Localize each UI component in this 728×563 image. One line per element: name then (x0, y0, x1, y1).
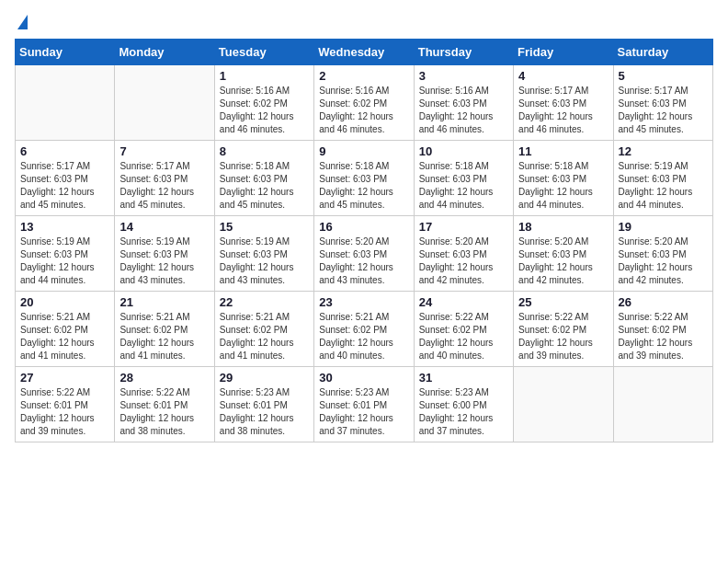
calendar-day-cell: 18Sunrise: 5:20 AM Sunset: 6:03 PM Dayli… (514, 216, 613, 292)
calendar-day-cell: 24Sunrise: 5:22 AM Sunset: 6:02 PM Dayli… (414, 292, 513, 367)
logo-triangle-icon (17, 15, 28, 29)
day-info: Sunrise: 5:20 AM Sunset: 6:03 PM Dayligh… (619, 236, 708, 287)
day-number: 26 (619, 295, 708, 309)
page-header (15, 15, 713, 28)
calendar-day-cell: 12Sunrise: 5:19 AM Sunset: 6:03 PM Dayli… (613, 141, 712, 216)
day-number: 13 (20, 220, 109, 234)
day-info: Sunrise: 5:23 AM Sunset: 6:01 PM Dayligh… (319, 386, 408, 438)
calendar-day-cell: 28Sunrise: 5:22 AM Sunset: 6:01 PM Dayli… (115, 367, 214, 442)
calendar-day-cell: 31Sunrise: 5:23 AM Sunset: 6:00 PM Dayli… (414, 367, 513, 442)
day-number: 18 (518, 220, 608, 234)
calendar-day-header: Thursday (414, 40, 513, 65)
day-info: Sunrise: 5:16 AM Sunset: 6:02 PM Dayligh… (319, 85, 408, 136)
day-info: Sunrise: 5:22 AM Sunset: 6:02 PM Dayligh… (619, 311, 708, 362)
calendar-day-cell: 16Sunrise: 5:20 AM Sunset: 6:03 PM Dayli… (314, 216, 414, 292)
day-info: Sunrise: 5:20 AM Sunset: 6:03 PM Dayligh… (319, 236, 408, 287)
day-number: 9 (319, 144, 408, 158)
day-info: Sunrise: 5:22 AM Sunset: 6:01 PM Dayligh… (20, 386, 109, 438)
calendar-day-cell: 25Sunrise: 5:22 AM Sunset: 6:02 PM Dayli… (514, 292, 613, 367)
calendar-day-cell: 3Sunrise: 5:16 AM Sunset: 6:03 PM Daylig… (414, 65, 513, 141)
calendar-day-cell: 21Sunrise: 5:21 AM Sunset: 6:02 PM Dayli… (115, 292, 214, 367)
calendar-day-cell: 29Sunrise: 5:23 AM Sunset: 6:01 PM Dayli… (214, 367, 313, 442)
calendar-day-header: Saturday (613, 40, 712, 65)
calendar-day-header: Friday (514, 40, 613, 65)
day-number: 24 (419, 295, 508, 309)
day-info: Sunrise: 5:21 AM Sunset: 6:02 PM Dayligh… (119, 311, 209, 362)
calendar-week-row: 13Sunrise: 5:19 AM Sunset: 6:03 PM Dayli… (16, 216, 713, 292)
calendar-day-cell: 30Sunrise: 5:23 AM Sunset: 6:01 PM Dayli… (314, 367, 414, 442)
calendar-day-cell: 8Sunrise: 5:18 AM Sunset: 6:03 PM Daylig… (214, 141, 313, 216)
calendar-week-row: 6Sunrise: 5:17 AM Sunset: 6:03 PM Daylig… (16, 141, 713, 216)
day-number: 28 (119, 371, 209, 385)
day-number: 8 (220, 144, 309, 158)
day-info: Sunrise: 5:20 AM Sunset: 6:03 PM Dayligh… (518, 236, 608, 287)
day-number: 21 (119, 295, 209, 309)
day-info: Sunrise: 5:19 AM Sunset: 6:03 PM Dayligh… (220, 236, 309, 287)
day-number: 15 (220, 220, 309, 234)
day-number: 11 (518, 144, 608, 158)
calendar-day-cell (16, 65, 115, 141)
calendar-week-row: 20Sunrise: 5:21 AM Sunset: 6:02 PM Dayli… (16, 292, 713, 367)
calendar-day-header: Tuesday (214, 40, 313, 65)
day-info: Sunrise: 5:17 AM Sunset: 6:03 PM Dayligh… (119, 160, 209, 212)
day-info: Sunrise: 5:19 AM Sunset: 6:03 PM Dayligh… (119, 236, 209, 287)
calendar-day-cell: 11Sunrise: 5:18 AM Sunset: 6:03 PM Dayli… (514, 141, 613, 216)
day-number: 27 (20, 371, 109, 385)
calendar-day-cell: 14Sunrise: 5:19 AM Sunset: 6:03 PM Dayli… (115, 216, 214, 292)
day-number: 3 (419, 69, 508, 83)
day-number: 4 (518, 69, 608, 83)
day-info: Sunrise: 5:18 AM Sunset: 6:03 PM Dayligh… (319, 160, 408, 212)
calendar-day-cell: 15Sunrise: 5:19 AM Sunset: 6:03 PM Dayli… (214, 216, 313, 292)
day-number: 30 (319, 371, 408, 385)
calendar-day-cell: 9Sunrise: 5:18 AM Sunset: 6:03 PM Daylig… (314, 141, 414, 216)
calendar-week-row: 1Sunrise: 5:16 AM Sunset: 6:02 PM Daylig… (16, 65, 713, 141)
day-info: Sunrise: 5:16 AM Sunset: 6:02 PM Dayligh… (220, 85, 309, 136)
day-info: Sunrise: 5:20 AM Sunset: 6:03 PM Dayligh… (419, 236, 508, 287)
day-info: Sunrise: 5:17 AM Sunset: 6:03 PM Dayligh… (619, 85, 708, 136)
day-info: Sunrise: 5:23 AM Sunset: 6:00 PM Dayligh… (419, 386, 508, 438)
day-info: Sunrise: 5:22 AM Sunset: 6:02 PM Dayligh… (518, 311, 608, 362)
day-number: 29 (220, 371, 309, 385)
day-number: 10 (419, 144, 508, 158)
day-number: 20 (20, 295, 109, 309)
calendar-day-cell (115, 65, 214, 141)
calendar-week-row: 27Sunrise: 5:22 AM Sunset: 6:01 PM Dayli… (16, 367, 713, 442)
day-number: 6 (20, 144, 109, 158)
calendar-day-cell: 7Sunrise: 5:17 AM Sunset: 6:03 PM Daylig… (115, 141, 214, 216)
day-info: Sunrise: 5:19 AM Sunset: 6:03 PM Dayligh… (20, 236, 109, 287)
day-info: Sunrise: 5:17 AM Sunset: 6:03 PM Dayligh… (518, 85, 608, 136)
day-number: 14 (119, 220, 209, 234)
calendar-day-cell: 19Sunrise: 5:20 AM Sunset: 6:03 PM Dayli… (613, 216, 712, 292)
logo (15, 15, 28, 28)
calendar-day-cell (613, 367, 712, 442)
day-info: Sunrise: 5:18 AM Sunset: 6:03 PM Dayligh… (518, 160, 608, 212)
calendar-header-row: SundayMondayTuesdayWednesdayThursdayFrid… (16, 40, 713, 65)
calendar-day-cell: 1Sunrise: 5:16 AM Sunset: 6:02 PM Daylig… (214, 65, 313, 141)
day-info: Sunrise: 5:21 AM Sunset: 6:02 PM Dayligh… (220, 311, 309, 362)
calendar-day-cell: 5Sunrise: 5:17 AM Sunset: 6:03 PM Daylig… (613, 65, 712, 141)
day-info: Sunrise: 5:16 AM Sunset: 6:03 PM Dayligh… (419, 85, 508, 136)
day-number: 17 (419, 220, 508, 234)
day-info: Sunrise: 5:21 AM Sunset: 6:02 PM Dayligh… (319, 311, 408, 362)
day-info: Sunrise: 5:21 AM Sunset: 6:02 PM Dayligh… (20, 311, 109, 362)
day-info: Sunrise: 5:23 AM Sunset: 6:01 PM Dayligh… (220, 386, 309, 438)
day-number: 1 (220, 69, 309, 83)
calendar-day-cell: 6Sunrise: 5:17 AM Sunset: 6:03 PM Daylig… (16, 141, 115, 216)
calendar-day-cell: 23Sunrise: 5:21 AM Sunset: 6:02 PM Dayli… (314, 292, 414, 367)
day-number: 7 (119, 144, 209, 158)
day-number: 2 (319, 69, 408, 83)
day-info: Sunrise: 5:22 AM Sunset: 6:01 PM Dayligh… (119, 386, 209, 438)
calendar-day-cell: 22Sunrise: 5:21 AM Sunset: 6:02 PM Dayli… (214, 292, 313, 367)
calendar-day-cell: 4Sunrise: 5:17 AM Sunset: 6:03 PM Daylig… (514, 65, 613, 141)
day-info: Sunrise: 5:18 AM Sunset: 6:03 PM Dayligh… (220, 160, 309, 212)
calendar-day-cell: 20Sunrise: 5:21 AM Sunset: 6:02 PM Dayli… (16, 292, 115, 367)
calendar-day-cell (514, 367, 613, 442)
calendar-day-header: Wednesday (314, 40, 414, 65)
day-info: Sunrise: 5:18 AM Sunset: 6:03 PM Dayligh… (419, 160, 508, 212)
calendar-day-header: Monday (115, 40, 214, 65)
calendar-day-cell: 17Sunrise: 5:20 AM Sunset: 6:03 PM Dayli… (414, 216, 513, 292)
calendar-day-cell: 2Sunrise: 5:16 AM Sunset: 6:02 PM Daylig… (314, 65, 414, 141)
day-number: 12 (619, 144, 708, 158)
calendar-day-cell: 26Sunrise: 5:22 AM Sunset: 6:02 PM Dayli… (613, 292, 712, 367)
day-info: Sunrise: 5:19 AM Sunset: 6:03 PM Dayligh… (619, 160, 708, 212)
